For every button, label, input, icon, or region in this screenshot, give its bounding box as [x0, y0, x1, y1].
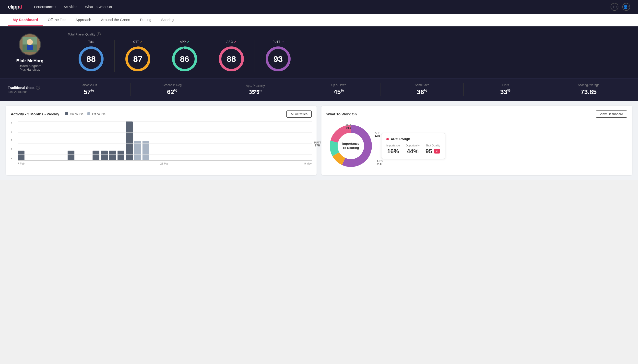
grid-line-4 — [18, 122, 312, 122]
chart-legend: On course Off course — [65, 112, 106, 116]
plus-icon: ＋ — [612, 4, 616, 10]
quality-label: Total Player Quality ? — [68, 32, 630, 36]
what-to-work-content: Importance To Scoring OTT 10% APP 12% AR… — [326, 122, 627, 170]
quality-help-icon[interactable]: ? — [97, 32, 101, 36]
arg-trend-icon: ↗ — [234, 40, 236, 44]
tab-putting[interactable]: Putting — [135, 14, 156, 26]
arg-label: ARG 21% — [377, 160, 383, 166]
circle-putt: 93 — [265, 46, 292, 72]
nav-right-actions: ＋ ▾ 👤 ▾ — [610, 3, 630, 11]
player-country: United Kingdom — [19, 64, 41, 68]
tab-scoring[interactable]: Scoring — [156, 14, 178, 26]
add-chevron-icon: ▾ — [616, 6, 617, 8]
x-axis-labels: 7 Feb 28 Mar 9 May — [18, 160, 312, 165]
on-course-dot — [65, 112, 68, 115]
info-opportunity: Opportunity 44% — [406, 144, 420, 155]
top-navigation: clippd Performance ▾ Activities What To … — [0, 0, 638, 14]
bar — [18, 150, 25, 160]
svg-point-2 — [27, 39, 33, 45]
stat-1-putt: 1 Putt 33% — [464, 83, 547, 96]
activity-panel: Activity - 3 Months - Weekly On course O… — [6, 106, 317, 175]
activity-title-group: Activity - 3 Months - Weekly On course O… — [11, 112, 106, 116]
info-importance: Importance 16% — [386, 144, 400, 155]
user-icon: 👤 — [623, 5, 628, 9]
bar — [101, 150, 108, 160]
donut-chart: Importance To Scoring OTT 10% APP 12% AR… — [326, 122, 375, 170]
quality-section: Total Player Quality ? Total 88 — [68, 32, 630, 72]
bar — [134, 141, 141, 160]
all-activities-button[interactable]: All Activities — [286, 110, 312, 118]
what-to-work-panel: What To Work On View Dashboard Importanc… — [321, 106, 632, 175]
grid-line-1 — [18, 154, 312, 154]
circle-total: 88 — [78, 46, 105, 72]
svg-rect-3 — [27, 45, 33, 50]
pink-dot-icon — [386, 138, 389, 140]
info-card-title-text: ARG Rough — [391, 137, 410, 141]
nav-what-to-work-on[interactable]: What To Work On — [85, 5, 112, 9]
tab-off-the-tee[interactable]: Off the Tee — [43, 14, 71, 26]
quality-circles: Total 88 OTT ↗ — [68, 40, 630, 72]
stat-up-and-down: Up & Down 45% — [297, 83, 380, 96]
tab-around-the-green[interactable]: Around the Green — [96, 14, 135, 26]
player-name: Blair McHarg — [16, 58, 43, 64]
quality-circle-arg: ARG ↗ 88 — [208, 40, 255, 72]
shot-quality-badge: ▼ — [434, 149, 440, 154]
chevron-down-icon: ▾ — [55, 6, 56, 8]
quality-circle-total: Total 88 — [68, 40, 115, 72]
bottom-panels: Activity - 3 Months - Weekly On course O… — [0, 101, 638, 180]
activity-title: Activity - 3 Months - Weekly — [11, 112, 59, 116]
user-menu-button[interactable]: 👤 ▾ — [622, 3, 630, 11]
nav-activities[interactable]: Activities — [64, 5, 77, 9]
logo-d: d — [19, 4, 22, 10]
tab-my-dashboard[interactable]: My Dashboard — [8, 14, 43, 26]
view-dashboard-button[interactable]: View Dashboard — [596, 110, 627, 118]
hero-section: Blair McHarg United Kingdom Plus Handica… — [0, 26, 638, 78]
logo-clipp: clipp — [8, 4, 19, 10]
bar — [93, 150, 99, 160]
player-handicap: Plus Handicap — [20, 68, 40, 72]
quality-circle-putt: PUTT ↗ 93 — [255, 40, 301, 72]
stat-greens-in-reg: Greens In Reg 62% — [130, 83, 214, 96]
circle-arg-value: 88 — [227, 54, 236, 64]
info-metrics: Importance 16% Opportunity 44% Shot Qual… — [386, 144, 440, 155]
off-course-dot — [87, 112, 90, 115]
bars-container — [18, 122, 312, 160]
player-info: Blair McHarg United Kingdom Plus Handica… — [8, 34, 52, 72]
grid-line-2 — [18, 143, 312, 144]
avatar — [19, 34, 41, 56]
bar — [68, 150, 74, 160]
chart-area: 7 Feb 28 Mar 9 May — [18, 122, 312, 165]
bar — [142, 141, 149, 160]
tab-bar: My Dashboard Off the Tee Approach Around… — [0, 14, 638, 26]
donut-center-label: Importance To Scoring — [342, 142, 359, 150]
y-axis-labels: 4 3 2 1 0 — [11, 122, 12, 160]
stat-fairways-hit: Fairways Hit 57% — [47, 83, 130, 96]
activity-panel-header: Activity - 3 Months - Weekly On course O… — [11, 110, 312, 118]
stat-sand-save: Sand Save 36% — [380, 83, 464, 96]
stat-scoring-average: Scoring Average 73.85 — [547, 83, 630, 96]
circle-app: 86 — [171, 46, 198, 72]
tab-approach[interactable]: Approach — [71, 14, 96, 26]
app-trend-icon: ↗ — [187, 40, 189, 44]
ott-trend-icon: ↗ — [140, 40, 142, 44]
circle-total-value: 88 — [86, 54, 96, 64]
info-card: ARG Rough Importance 16% Opportunity 44%… — [381, 133, 445, 159]
stats-label: Traditional Stats ? Last 20 rounds — [8, 86, 47, 94]
bar — [109, 150, 116, 160]
bar — [118, 150, 124, 160]
user-chevron-icon: ▾ — [628, 6, 630, 8]
logo[interactable]: clippd — [8, 4, 22, 10]
circle-ott-value: 87 — [133, 54, 142, 64]
quality-circle-app: APP ↗ 86 — [161, 40, 208, 72]
grid-line-3 — [18, 132, 312, 133]
circle-putt-value: 93 — [274, 54, 283, 64]
info-shot-quality: Shot Quality 95 ▼ — [426, 144, 440, 155]
hero-divider — [60, 35, 60, 70]
stat-app-proximity: App. Proximity 35'5" — [214, 84, 297, 95]
stats-help-icon[interactable]: ? — [36, 86, 40, 90]
putt-label: PUTT 57% — [314, 141, 321, 147]
legend-on-course: On course — [65, 112, 84, 116]
what-to-work-title: What To Work On — [326, 112, 357, 116]
nav-performance[interactable]: Performance ▾ — [34, 5, 56, 9]
add-button[interactable]: ＋ ▾ — [610, 3, 618, 11]
